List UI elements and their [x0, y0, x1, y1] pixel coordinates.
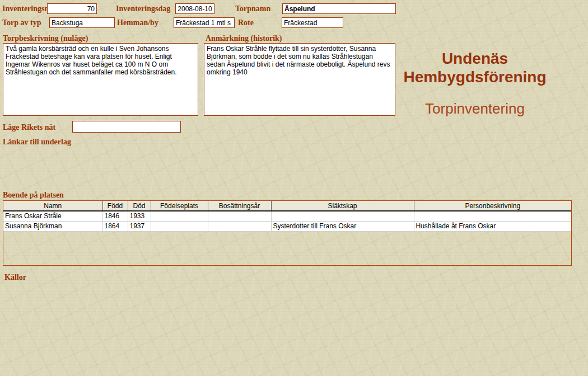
- lankar-till-underlag-label: Länkar till underlag: [3, 138, 71, 147]
- cell-bosattningsar[interactable]: [208, 221, 271, 231]
- app-subtitle: Torpinventering: [392, 100, 558, 118]
- torpnamn-label: Torpnamn: [235, 4, 270, 13]
- hemman-by-label: Hemman/by: [117, 18, 158, 27]
- col-header-bosattningsar: Bosättningsår: [208, 201, 271, 211]
- lage-rikets-nat-label: Läge Rikets nät: [3, 123, 55, 132]
- org-title: Undenäs Hembygdsförening: [392, 49, 558, 86]
- torpbeskrivning-textarea[interactable]: Två gamla korsbärsträd och en kulle i Sv…: [3, 43, 198, 116]
- col-header-dod: Död: [128, 201, 151, 211]
- hemman-by-input[interactable]: [174, 17, 235, 28]
- cell-fodelseplats[interactable]: [151, 211, 208, 221]
- cell-personbeskrivning[interactable]: [414, 211, 571, 221]
- residents-header-row: Namn Född Död Födelseplats Bosättningsår…: [3, 201, 571, 211]
- torp-av-typ-input[interactable]: [49, 17, 115, 28]
- lage-rikets-nat-input[interactable]: [72, 121, 181, 133]
- cell-fodelseplats[interactable]: [151, 221, 208, 231]
- inventeringsdag-label: Inventeringsdag: [116, 4, 170, 13]
- title-block: Undenäs Hembygdsförening Torpinventering: [392, 49, 558, 118]
- cell-slaktskap[interactable]: Systerdotter till Frans Oskar: [271, 221, 414, 231]
- cell-fodd[interactable]: 1864: [102, 221, 128, 231]
- torpbeskrivning-label: Torpbeskrivning (nuläge): [3, 34, 88, 43]
- cell-namn[interactable]: Susanna Björkman: [3, 221, 102, 231]
- anmarkning-label: Anmärkning (historik): [206, 34, 282, 43]
- residents-table-container: Namn Född Död Födelseplats Bosättningsår…: [3, 200, 572, 266]
- cell-dod[interactable]: 1937: [128, 221, 151, 231]
- rote-label: Rote: [238, 18, 254, 27]
- cell-slaktskap[interactable]: [271, 211, 414, 221]
- cell-namn[interactable]: Frans Oskar Stråle: [3, 211, 102, 221]
- cell-dod[interactable]: 1933: [128, 211, 151, 221]
- inventeringsdag-input[interactable]: [175, 3, 214, 14]
- inventeringsnr-input[interactable]: [47, 3, 97, 14]
- col-header-fodd: Född: [102, 201, 128, 211]
- col-header-namn: Namn: [3, 201, 102, 211]
- col-header-slaktskap: Släktskap: [271, 201, 414, 211]
- kallor-label: Källor: [4, 273, 26, 282]
- anmarkning-textarea[interactable]: Frans Oskar Stråhle flyttade till sin sy…: [204, 43, 395, 116]
- col-header-fodelseplats: Födelseplats: [151, 201, 208, 211]
- cell-fodd[interactable]: 1846: [102, 211, 128, 221]
- cell-personbeskrivning[interactable]: Hushållade åt Frans Oskar: [414, 221, 571, 231]
- col-header-personbeskrivning: Personbeskrivning: [414, 201, 571, 211]
- boende-pa-platsen-label: Boende på platsen: [3, 191, 64, 200]
- torp-av-typ-label: Torp av typ: [2, 18, 41, 27]
- cell-bosattningsar[interactable]: [208, 211, 271, 221]
- inventeringsnr-label: Inventeringsnr: [2, 4, 52, 13]
- rote-input[interactable]: [282, 17, 343, 28]
- table-row: Frans Oskar Stråle 1846 1933: [3, 211, 571, 221]
- residents-table: Namn Född Död Födelseplats Bosättningsår…: [3, 201, 571, 232]
- torpnamn-input[interactable]: [282, 3, 396, 14]
- table-row: Susanna Björkman 1864 1937 Systerdotter …: [3, 221, 571, 231]
